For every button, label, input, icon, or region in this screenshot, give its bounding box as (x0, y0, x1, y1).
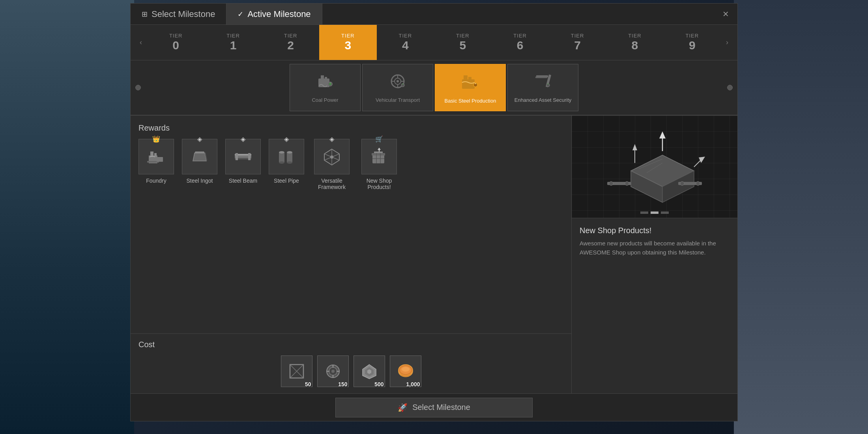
reward-foundry[interactable]: 👑 Foundry (138, 139, 174, 190)
foundry-icon (146, 146, 167, 167)
preview-dot-2 (651, 211, 658, 214)
tier-6-button[interactable]: Tier 6 (491, 25, 548, 60)
rewards-grid: 👑 Foundry (138, 139, 563, 190)
tier-5-button[interactable]: Tier 5 (434, 25, 491, 60)
preview-arrows (640, 211, 669, 214)
tab-select-label: Select Milestone (152, 9, 215, 19)
steel-beam-icon-wrap: ◈ (225, 139, 261, 174)
reward-steel-ingot[interactable]: ◈ Steel Ingot (182, 139, 217, 190)
cost-item-1[interactable]: 50 (281, 355, 312, 387)
versatile-framework-label: Versatile Framework (312, 178, 352, 190)
cost-amount-3: 500 (374, 381, 383, 387)
basic-steel-icon (460, 71, 481, 95)
cost-item-3[interactable]: 500 (354, 355, 385, 387)
new-shop-badge: 🛒 (375, 135, 383, 143)
svg-rect-34 (279, 152, 284, 163)
svg-point-44 (330, 155, 333, 159)
content-area: Rewards 👑 (131, 116, 737, 393)
svg-rect-1 (321, 75, 324, 80)
versatile-framework-icon-wrap: ◈ (314, 139, 350, 174)
milestone-card-enhanced-security[interactable]: Enhanced Asset Security (507, 64, 578, 111)
cost-amount-1: 50 (305, 381, 311, 387)
cost-icon-1 (287, 361, 307, 381)
svg-rect-2 (325, 77, 327, 80)
svg-point-11 (397, 80, 399, 82)
svg-marker-27 (195, 152, 205, 153)
svg-point-81 (609, 181, 613, 185)
cost-item-2[interactable]: 150 (317, 355, 349, 387)
steel-beam-label: Steel Beam (229, 178, 257, 184)
enhanced-security-name: Enhanced Asset Security (514, 97, 572, 104)
tier-3-button[interactable]: Tier 3 (319, 25, 376, 60)
tier-8-button[interactable]: Tier 8 (606, 25, 663, 60)
versatile-framework-badge: ◈ (329, 135, 334, 143)
tier-9-button[interactable]: Tier 9 (664, 25, 721, 60)
milestone-card-basic-steel[interactable]: Basic Steel Production (435, 64, 506, 111)
cost-title: Cost (138, 340, 563, 349)
steel-pipe-icon (276, 146, 297, 167)
select-milestone-btn-label: Select Milestone (412, 403, 470, 412)
svg-point-35 (279, 151, 284, 153)
preview-description: Awesome new products will become availab… (580, 239, 730, 257)
main-modal: ⊞ Select Milestone ✓ Active Milestone × … (130, 3, 738, 421)
tier-4-button[interactable]: Tier 4 (377, 25, 434, 60)
title-bar: ⊞ Select Milestone ✓ Active Milestone × (131, 4, 737, 25)
new-shop-icon (369, 146, 390, 167)
svg-point-68 (402, 367, 410, 372)
scroll-left-indicator (135, 85, 141, 90)
steel-pipe-icon-wrap: ◈ (269, 139, 304, 174)
svg-rect-33 (248, 153, 251, 160)
rewards-section: Rewards 👑 (131, 116, 571, 333)
foundry-badge: 👑 (152, 135, 160, 143)
tier-0-button[interactable]: Tier 0 (147, 25, 204, 60)
coal-power-icon (315, 71, 335, 95)
basic-steel-name: Basic Steel Production (445, 98, 496, 105)
svg-point-57 (331, 370, 335, 373)
tier-next-button[interactable]: › (721, 36, 733, 49)
foundry-icon-wrap: 👑 (138, 139, 174, 174)
reward-versatile-framework[interactable]: ◈ Versatile Framework (312, 139, 352, 190)
cost-amount-4: 1,000 (406, 381, 420, 387)
cost-icon-3 (359, 361, 379, 381)
reward-steel-beam[interactable]: ◈ Steel Beam (225, 139, 261, 190)
preview-dot-1 (640, 211, 648, 214)
reward-steel-pipe[interactable]: ◈ Steel Pipe (269, 139, 304, 190)
tier-prev-button[interactable]: ‹ (135, 36, 147, 49)
tier-1-button[interactable]: Tier 1 (204, 25, 262, 60)
svg-point-36 (279, 161, 284, 164)
steel-beam-badge: ◈ (241, 135, 245, 143)
svg-point-39 (287, 161, 292, 164)
svg-rect-47 (372, 153, 385, 155)
new-shop-label: New Shop Products! (359, 178, 399, 190)
steel-beam-icon (232, 146, 254, 167)
preview-dot-3 (661, 211, 669, 214)
cost-icon-4 (396, 361, 415, 381)
svg-rect-25 (157, 157, 163, 162)
new-shop-icon-wrap: 🛒 (361, 139, 397, 174)
active-milestone-icon: ✓ (238, 10, 243, 19)
preview-image (572, 116, 737, 218)
select-milestone-button[interactable]: 🚀 Select Milestone (335, 398, 533, 417)
svg-rect-15 (468, 77, 471, 81)
svg-marker-75 (632, 144, 637, 150)
svg-rect-14 (464, 75, 468, 81)
svg-marker-79 (699, 157, 705, 163)
bg-left-panel (0, 0, 134, 434)
svg-marker-77 (659, 131, 666, 138)
steel-pipe-label: Steel Pipe (274, 178, 299, 184)
milestone-card-vehicular-transport[interactable]: Vehicular Transport (362, 64, 433, 111)
tab-select-milestone[interactable]: ⊞ Select Milestone (131, 4, 226, 24)
cost-section: Cost 50 (131, 333, 571, 393)
tier-7-button[interactable]: Tier 7 (549, 25, 606, 60)
tab-active-milestone[interactable]: ✓ Active Milestone (226, 4, 322, 24)
reward-new-shop[interactable]: 🛒 (359, 139, 399, 190)
tier-2-button[interactable]: Tier 2 (262, 25, 319, 60)
preview-title: New Shop Products! (580, 226, 730, 235)
close-button[interactable]: × (714, 4, 737, 24)
bottom-bar: 🚀 Select Milestone (131, 393, 737, 421)
cost-item-4[interactable]: 1,000 (390, 355, 421, 387)
preview-info: New Shop Products! Awesome new products … (572, 218, 737, 393)
select-milestone-icon: ⊞ (142, 10, 148, 19)
svg-rect-32 (236, 153, 238, 160)
milestone-card-coal-power[interactable]: Coal Power (290, 64, 361, 111)
